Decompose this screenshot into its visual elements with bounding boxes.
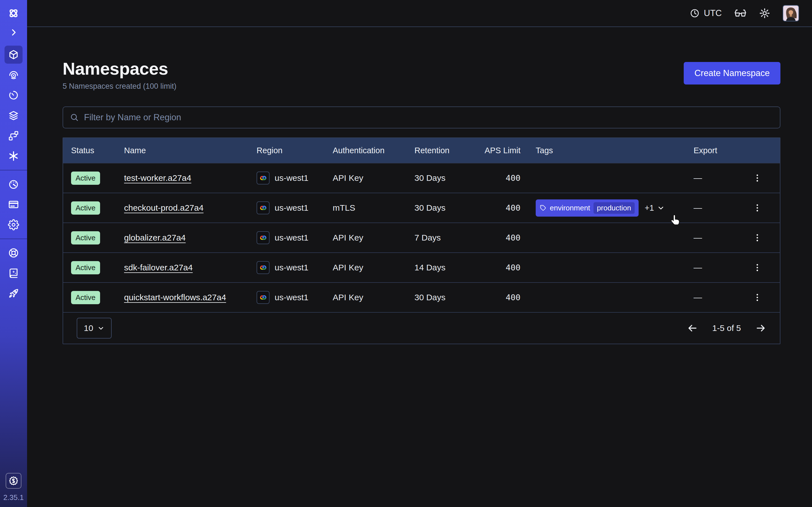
sidebar-item-billing[interactable]: [4, 195, 22, 214]
support-lifering-icon: [8, 247, 19, 259]
header-export: Export: [686, 146, 780, 155]
prev-page-button[interactable]: [687, 323, 698, 334]
nexus-asterisk-icon: [8, 151, 19, 162]
retention-value: 30 Days: [407, 173, 474, 183]
pagination: 1-5 of 5: [687, 323, 766, 334]
usage-gauge-icon: [8, 179, 19, 190]
tag-value: production: [594, 202, 635, 214]
export-value: —: [694, 203, 702, 213]
namespace-link[interactable]: sdk-failover.a27a4: [124, 263, 193, 272]
region-label: us-west1: [274, 233, 308, 242]
export-value: —: [694, 233, 702, 242]
gcp-region-icon: [257, 231, 269, 244]
sidebar-nav: [4, 45, 22, 166]
filter-input[interactable]: [84, 112, 773, 122]
row-menu-button[interactable]: [749, 170, 765, 186]
row-menu-button[interactable]: [749, 260, 765, 276]
namespace-link[interactable]: globalizer.a27a4: [124, 233, 186, 242]
region-label: us-west1: [274, 203, 308, 213]
sidebar-item-settings[interactable]: [4, 216, 22, 234]
sidebar-item-deployments[interactable]: [4, 107, 22, 124]
table-footer: 10 1-5 of 5: [63, 312, 780, 344]
sidebar-item-get-started[interactable]: [4, 284, 22, 302]
tags-more-count: +1: [645, 203, 654, 213]
page-size-value: 10: [84, 323, 93, 333]
retention-value: 14 Days: [407, 263, 474, 272]
workflows-iris-icon: [8, 69, 19, 80]
temporal-logo-icon[interactable]: [7, 7, 20, 20]
tags-cell: environment production +1: [528, 200, 686, 217]
page-title: Namespaces: [63, 59, 176, 78]
sidebar-bottom: 2.35.1: [3, 473, 24, 507]
auth-value: mTLS: [325, 203, 407, 213]
header-aps-limit: APS Limit: [474, 146, 528, 155]
row-menu-button[interactable]: [749, 230, 765, 245]
gcp-region-icon: [257, 202, 269, 214]
header-name: Name: [116, 146, 249, 155]
retention-value: 7 Days: [407, 233, 474, 242]
header-region: Region: [249, 146, 325, 155]
page-header: Namespaces 5 Namespaces created (100 lim…: [63, 59, 780, 91]
theme-sun-button[interactable]: [759, 8, 770, 19]
aps-limit-value: 400: [474, 263, 528, 272]
sidebar-item-support[interactable]: [4, 244, 22, 262]
sidebar-item-workflows[interactable]: [4, 66, 22, 84]
pagination-range: 1-5 of 5: [712, 323, 741, 333]
sidebar-item-docs[interactable]: [4, 264, 22, 282]
auth-value: API Key: [325, 293, 407, 302]
header-tags: Tags: [528, 146, 686, 155]
aps-limit-value: 400: [474, 233, 528, 242]
get-started-rocket-icon: [8, 288, 19, 299]
tag-pill[interactable]: environment production: [536, 200, 639, 217]
retention-value: 30 Days: [407, 293, 474, 302]
namespaces-table: Status Name Region Authentication Retent…: [63, 137, 780, 344]
sidebar-item-batch-operations[interactable]: [4, 127, 22, 145]
sidebar-item-namespaces[interactable]: [4, 46, 22, 64]
sidebar-item-schedules[interactable]: [4, 86, 22, 104]
export-value: —: [694, 263, 702, 272]
labs-glasses-button[interactable]: [734, 8, 747, 18]
namespace-link[interactable]: quickstart-workflows.a27a4: [124, 293, 226, 302]
create-namespace-button[interactable]: Create Namespace: [684, 62, 780, 84]
user-avatar[interactable]: [783, 5, 799, 21]
sidebar-item-nexus[interactable]: [4, 147, 22, 165]
row-menu-button[interactable]: [749, 200, 765, 216]
aps-limit-value: 400: [474, 173, 528, 183]
sidebar-expand-button[interactable]: [9, 27, 18, 37]
page-size-select[interactable]: 10: [77, 318, 112, 339]
clock-icon: [690, 8, 700, 18]
chevron-down-icon: [97, 325, 105, 332]
main-content: Namespaces 5 Namespaces created (100 lim…: [27, 59, 812, 344]
namespace-link[interactable]: checkout-prod.a27a4: [124, 203, 204, 212]
tags-more-toggle[interactable]: +1: [645, 203, 665, 213]
sidebar-nav-account: [4, 174, 22, 235]
header-authentication: Authentication: [325, 146, 407, 155]
table-row: Active globalizer.a27a4 us-west1 API Key…: [63, 223, 780, 252]
sidebar-item-usage[interactable]: [4, 175, 22, 193]
header-status: Status: [63, 146, 116, 155]
status-badge: Active: [71, 231, 100, 244]
chevron-down-icon: [657, 204, 665, 212]
sidebar-divider: [0, 170, 27, 170]
region-label: us-west1: [274, 293, 308, 302]
auth-value: API Key: [325, 263, 407, 272]
header-retention: Retention: [407, 146, 474, 155]
search-icon: [70, 113, 79, 122]
plan-button[interactable]: [6, 473, 21, 489]
tag-icon: [540, 205, 546, 211]
next-page-button[interactable]: [755, 323, 766, 334]
docs-book-icon: [8, 268, 19, 279]
table-row: Active test-worker.a27a4 us-west1 API Ke…: [63, 163, 780, 193]
table-row: Active quickstart-workflows.a27a4 us-wes…: [63, 282, 780, 312]
timezone-selector[interactable]: UTC: [690, 8, 722, 18]
row-menu-button[interactable]: [749, 290, 765, 305]
region-label: us-west1: [274, 263, 308, 272]
billing-card-icon: [8, 199, 19, 210]
app-version: 2.35.1: [3, 493, 24, 502]
table-header-row: Status Name Region Authentication Retent…: [63, 138, 780, 163]
filter-bar: [63, 107, 780, 128]
namespace-link[interactable]: test-worker.a27a4: [124, 173, 191, 182]
deployments-layers-icon: [8, 110, 19, 121]
aps-limit-value: 400: [474, 293, 528, 302]
table-row: Active checkout-prod.a27a4 us-west1 mTLS…: [63, 193, 780, 223]
